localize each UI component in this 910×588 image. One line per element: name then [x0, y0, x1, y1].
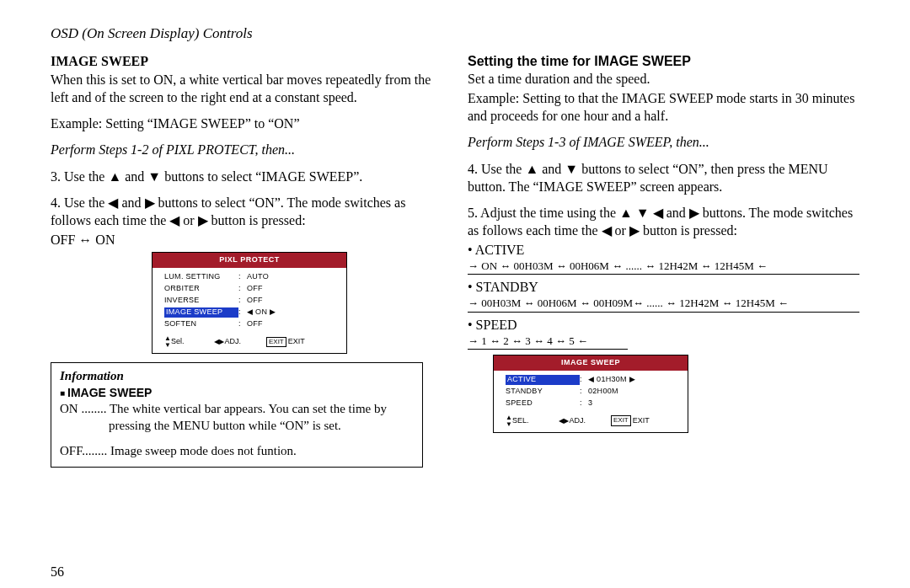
speed-cycle: → 1 ↔ 2 ↔ 3 ↔ 4 ↔ 5 ←: [468, 334, 859, 348]
para-italic: Perform Steps 1-2 of PIXL PROTECT, then.…: [51, 141, 442, 158]
leftright-icon: ◀▶: [559, 418, 569, 425]
step-4: 4. Use the ◀ and ▶ buttons to select “ON…: [51, 194, 442, 229]
info-on: ON ........ The white vertical bar appea…: [60, 401, 414, 435]
exit-icon: EXIT: [611, 415, 631, 426]
info-title: Information: [60, 368, 414, 385]
updown-icon: ▲▼: [506, 414, 512, 428]
osd-title: PIXL PROTECT: [153, 253, 346, 268]
information-box: Information ■IMAGE SWEEP ON ........ The…: [51, 362, 423, 468]
active-label: • ACTIVE: [468, 241, 859, 259]
section-header: OSD (On Screen Display) Controls: [51, 25, 859, 42]
osd-row-val: AUTO: [247, 272, 338, 282]
right-column: Setting the time for IMAGE SWEEP Set a t…: [468, 52, 859, 468]
page-number: 56: [51, 564, 859, 580]
sel-label: Sel.: [171, 337, 185, 347]
osd-image-sweep: IMAGE SWEEP ACTIVE:◀ 01H30M ▶ STANDBY:02…: [493, 355, 688, 433]
off-on-cycle: OFF ↔ ON: [51, 231, 442, 249]
heading-image-sweep: IMAGE SWEEP: [51, 52, 442, 70]
osd-row-label: LUM. SETTING: [164, 272, 238, 282]
rule: [468, 312, 859, 313]
osd-row-val: OFF: [247, 319, 338, 329]
osd-title: IMAGE SWEEP: [494, 355, 688, 371]
heading-setting-time: Setting the time for IMAGE SWEEP: [468, 52, 859, 70]
rule: [468, 274, 859, 275]
osd-row-val: ◀ ON ▶: [247, 307, 338, 318]
para: Set a time duration and the speed.: [468, 70, 859, 88]
standby-label: • STANDBY: [468, 278, 859, 296]
osd-row-val: OFF: [247, 284, 338, 294]
osd-row-label-selected: IMAGE SWEEP: [164, 307, 238, 318]
para: Example: Setting to that the IMAGE SWEEP…: [468, 89, 859, 125]
osd-row-val: 3: [588, 398, 679, 409]
osd-row-label: ORBITER: [164, 284, 238, 294]
adj-label: ADJ.: [569, 416, 586, 426]
leftright-icon: ◀▶: [214, 339, 224, 345]
info-heading: ■IMAGE SWEEP: [60, 385, 414, 402]
osd-row-val: OFF: [247, 296, 338, 306]
active-cycle: → ON ↔ 00H03M ↔ 00H06M ↔ ...... ↔ 12H42M…: [468, 259, 859, 273]
osd-row-val: ◀ 01H30M ▶: [588, 375, 679, 385]
para-italic: Perform Steps 1-3 of IMAGE SWEEP, then..…: [468, 133, 859, 151]
osd-row-label-selected: ACTIVE: [506, 375, 580, 385]
rule: [468, 349, 628, 350]
step-4: 4. Use the ▲ and ▼ buttons to select “ON…: [468, 160, 859, 195]
osd-row-label: SPEED: [506, 398, 580, 409]
step-3: 3. Use the ▲ and ▼ buttons to select “IM…: [51, 168, 442, 185]
osd-row-label: SOFTEN: [164, 319, 238, 329]
step-5: 5. Adjust the time using the ▲ ▼ ◀ and ▶…: [468, 204, 859, 239]
osd-footer: ▲▼SEL. ◀▶ADJ. EXITEXIT: [494, 411, 688, 432]
osd-pixl-protect: PIXL PROTECT LUM. SETTING:AUTO ORBITER:O…: [152, 252, 347, 354]
exit-label: EXIT: [633, 416, 650, 426]
osd-row-val: 02H00M: [588, 387, 679, 397]
adj-label: ADJ.: [224, 337, 241, 347]
speed-label: • SPEED: [468, 316, 859, 334]
para: Example: Setting “IMAGE SWEEP” to “ON”: [51, 115, 442, 132]
info-off: OFF........ Image sweep mode does not fu…: [60, 443, 414, 460]
exit-label: EXIT: [288, 337, 305, 347]
osd-row-label: STANDBY: [506, 387, 580, 397]
left-column: IMAGE SWEEP When this is set to ON, a wh…: [51, 52, 442, 468]
osd-footer: ▲▼Sel. ◀▶ADJ. EXITEXIT: [153, 332, 346, 353]
osd-row-label: INVERSE: [164, 296, 238, 306]
para: When this is set to ON, a white vertical…: [51, 71, 442, 106]
sel-label: SEL.: [512, 416, 529, 426]
updown-icon: ▲▼: [164, 335, 171, 349]
standby-cycle: → 00H03M ↔ 00H06M ↔ 00H09M↔ ...... ↔ 12H…: [468, 296, 859, 310]
exit-icon: EXIT: [266, 337, 286, 348]
